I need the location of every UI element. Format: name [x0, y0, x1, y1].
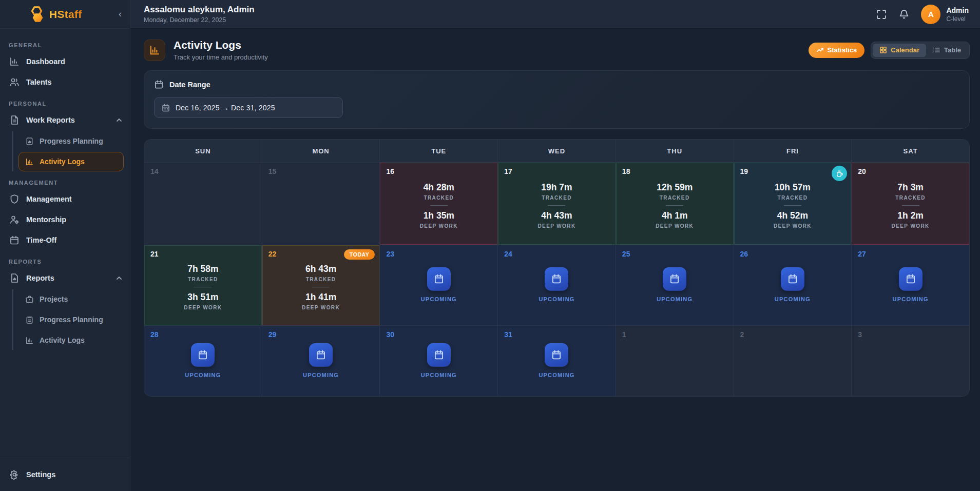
divider: [784, 205, 801, 206]
upcoming-label: UPCOMING: [498, 371, 616, 378]
coffee-break-badge[interactable]: [832, 166, 847, 181]
weekday-header: SAT: [852, 140, 969, 162]
upcoming-calendar-icon[interactable]: [899, 267, 923, 291]
calendar-day-cell[interactable]: 19 10h 57m TRACKED 4h 52m DEEP WORK: [734, 163, 852, 245]
calendar-icon: [154, 80, 164, 89]
user-info: Admin C-level: [946, 6, 969, 23]
view-tab-table[interactable]: Table: [926, 44, 968, 57]
user-menu[interactable]: A Admin C-level: [921, 5, 969, 24]
deep-work-time: 4h 43m: [498, 210, 616, 221]
sidebar-item-settings[interactable]: Settings: [0, 464, 130, 485]
view-tab-calendar[interactable]: Calendar: [873, 44, 926, 57]
date-range-input[interactable]: Dec 16, 2025 → Dec 31, 2025: [154, 97, 343, 118]
calendar-day-cell[interactable]: 26 UPCOMING: [734, 245, 852, 325]
calendar-day-cell[interactable]: 27 UPCOMING: [852, 245, 969, 325]
grid-icon: [879, 46, 887, 54]
tracked-label: TRACKED: [734, 195, 852, 201]
weekday-header: THU: [616, 140, 734, 162]
deep-work-label: DEEP WORK: [498, 223, 616, 229]
tracked-time: 10h 57m: [734, 182, 852, 193]
sidebar-item-dashboard[interactable]: Dashboard: [0, 51, 130, 72]
weekday-header: MON: [262, 140, 380, 162]
upcoming-calendar-icon[interactable]: [545, 343, 568, 366]
bar-chart-icon: [25, 158, 34, 166]
calendar-day-cell[interactable]: 31 UPCOMING: [498, 326, 616, 396]
sidebar-item-progress-planning-2[interactable]: Progress Planning: [18, 310, 124, 329]
list-icon: [933, 46, 940, 54]
hstaff-logo-icon: [29, 6, 45, 23]
calendar-day-cell-today[interactable]: 22 TODAY 6h 43m TRACKED 1h 41m DEEP WORK: [262, 245, 380, 325]
upcoming-label: UPCOMING: [262, 371, 380, 378]
today-badge: TODAY: [344, 249, 375, 260]
calendar-day-cell[interactable]: 23 UPCOMING: [380, 245, 497, 325]
weekday-header: TUE: [380, 140, 497, 162]
logo-row: HStaff ‹: [0, 0, 130, 29]
sidebar-collapse-icon[interactable]: ‹: [119, 9, 122, 19]
calendar-day-cell[interactable]: 25 UPCOMING: [616, 245, 734, 325]
upcoming-calendar-icon[interactable]: [781, 267, 804, 291]
sidebar-item-activity-logs[interactable]: Activity Logs: [18, 152, 124, 171]
upcoming-calendar-icon[interactable]: [427, 343, 451, 366]
chevron-up-icon[interactable]: [116, 274, 123, 282]
calendar-day-cell[interactable]: 30 UPCOMING: [380, 326, 497, 396]
calendar-day-cell[interactable]: 21 7h 58m TRACKED 3h 51m DEEP WORK: [144, 245, 262, 325]
page-subtitle: Track your time and productivity: [174, 53, 268, 61]
sidebar-item-label: Progress Planning: [40, 137, 103, 145]
deep-work-label: DEEP WORK: [616, 223, 734, 229]
tracked-time: 7h 3m: [852, 182, 969, 193]
calendar-day-cell[interactable]: 28 UPCOMING: [144, 326, 262, 396]
calendar-day-cell[interactable]: 16 4h 28m TRACKED 1h 35m DEEP WORK: [380, 163, 497, 245]
tracked-time: 6h 43m: [262, 264, 380, 274]
section-label-reports: REPORTS: [9, 259, 130, 265]
tracked-label: TRACKED: [498, 195, 616, 201]
sidebar-item-talents[interactable]: Talents: [0, 72, 130, 92]
doc-chart-icon: [9, 273, 20, 283]
sidebar-item-management[interactable]: Management: [0, 189, 130, 209]
calendar-icon: [9, 235, 20, 245]
statistics-button[interactable]: Statistics: [809, 43, 865, 58]
upcoming-calendar-icon[interactable]: [545, 267, 568, 291]
user-gear-icon: [9, 214, 20, 225]
date-range-value: Dec 16, 2025 → Dec 31, 2025: [176, 104, 275, 112]
sidebar-item-projects[interactable]: Projects: [18, 289, 124, 309]
reports-children: Projects Progress Planning Activity Logs: [12, 289, 130, 350]
date-range-title: Date Range: [169, 81, 210, 89]
divider: [548, 205, 565, 206]
calendar-day-cell[interactable]: 24 UPCOMING: [498, 245, 616, 325]
fullscreen-icon[interactable]: [876, 9, 887, 20]
sidebar-item-progress-planning[interactable]: Progress Planning: [18, 131, 124, 151]
upcoming-label: UPCOMING: [734, 296, 852, 302]
deep-work-time: 4h 52m: [734, 210, 852, 221]
calendar-day-cell[interactable]: 18 12h 59m TRACKED 4h 1m DEEP WORK: [616, 163, 734, 245]
sidebar-footer: Settings: [0, 458, 130, 491]
sidebar-item-reports[interactable]: Reports: [0, 268, 130, 288]
calendar-day-cell[interactable]: 3: [852, 326, 969, 396]
divider: [666, 205, 683, 206]
calendar-day-cell[interactable]: 17 19h 7m TRACKED 4h 43m DEEP WORK: [498, 163, 616, 245]
avatar[interactable]: A: [921, 5, 940, 24]
chevron-up-icon[interactable]: [116, 116, 123, 124]
calendar-day-cell[interactable]: 20 7h 3m TRACKED 1h 2m DEEP WORK: [852, 163, 969, 245]
tracked-label: TRACKED: [616, 195, 734, 201]
upcoming-calendar-icon[interactable]: [191, 343, 215, 366]
sidebar-item-mentorship[interactable]: Mentorship: [0, 209, 130, 230]
current-date: Monday, December 22, 2025: [144, 16, 255, 24]
notifications-bell-icon[interactable]: [898, 9, 910, 20]
section-label-management: MANAGEMENT: [9, 180, 130, 186]
sidebar-item-activity-logs-2[interactable]: Activity Logs: [18, 330, 124, 350]
upcoming-calendar-icon[interactable]: [427, 267, 451, 291]
calendar-day-cell[interactable]: 1: [616, 326, 734, 396]
calendar-day-cell[interactable]: 14: [144, 163, 262, 245]
upcoming-label: UPCOMING: [144, 371, 262, 378]
sidebar-item-work-reports[interactable]: Work Reports: [0, 110, 130, 130]
tracked-label: TRACKED: [262, 277, 380, 282]
sidebar-item-time-off[interactable]: Time-Off: [0, 230, 130, 250]
tracked-label: TRACKED: [380, 195, 497, 201]
divider: [312, 287, 330, 287]
upcoming-calendar-icon[interactable]: [663, 267, 686, 291]
calendar-day-cell[interactable]: 2: [734, 326, 852, 396]
upcoming-calendar-icon[interactable]: [309, 343, 333, 366]
calendar-day-cell[interactable]: 29 UPCOMING: [262, 326, 380, 396]
divider: [194, 287, 212, 287]
calendar-day-cell[interactable]: 15: [262, 163, 380, 245]
